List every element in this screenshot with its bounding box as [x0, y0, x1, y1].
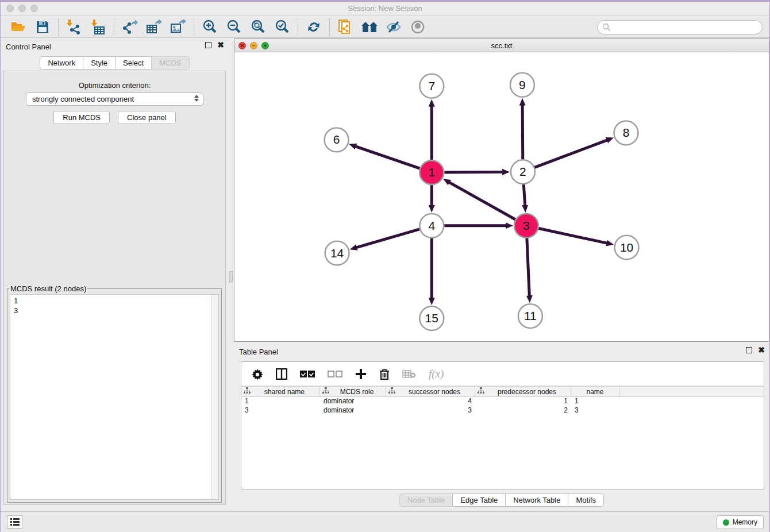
shared-column-icon: [388, 387, 396, 396]
select-all-checkboxes-icon[interactable]: [300, 370, 315, 378]
close-panel-button[interactable]: Close panel: [118, 111, 176, 124]
column-header-successor-nodes[interactable]: successor nodes: [386, 387, 475, 396]
column-header-MCDS-role[interactable]: MCDS role: [320, 387, 386, 396]
mcds-result-textarea[interactable]: 1 3: [10, 294, 219, 500]
control-tab-select[interactable]: Select: [115, 56, 152, 70]
graph-node-7[interactable]: 7: [419, 74, 444, 98]
import-table-icon[interactable]: [86, 18, 110, 36]
graph-node-9[interactable]: 9: [510, 73, 534, 97]
split-columns-icon[interactable]: [276, 368, 287, 380]
edge-1-2[interactable]: [444, 172, 504, 172]
graph-node-10[interactable]: 10: [615, 236, 639, 260]
close-table-panel-icon[interactable]: ✖: [758, 347, 765, 353]
graph-node-2[interactable]: 2: [511, 160, 535, 184]
hide-panel-eye-icon[interactable]: [382, 18, 406, 36]
graph-node-3[interactable]: 3: [514, 214, 538, 238]
network-window-titlebar[interactable]: ✕ − + scc.txt: [234, 39, 769, 52]
table-tabs: Node TableEdge TableNetwork TableMotifs: [234, 494, 769, 507]
zoom-selected-icon[interactable]: [270, 18, 294, 36]
show-panel-eye-icon[interactable]: [406, 18, 430, 36]
search-input[interactable]: [597, 20, 763, 34]
statusbar: Memory: [1, 511, 769, 532]
result-scrollbar[interactable]: [211, 295, 218, 499]
app-window: Session: New Session: [0, 0, 770, 532]
table-tab-motifs[interactable]: Motifs: [568, 494, 604, 507]
refresh-layout-icon[interactable]: [302, 18, 326, 36]
control-tab-mcds[interactable]: MCDS: [151, 56, 189, 70]
graph-node-15[interactable]: 15: [419, 306, 444, 330]
edge-4-14[interactable]: [355, 229, 419, 248]
node-label-3: 3: [523, 219, 530, 232]
column-header-label: successor nodes: [396, 388, 472, 396]
table-cell[interactable]: 3: [241, 406, 320, 415]
edge-2-9[interactable]: [522, 104, 523, 160]
table-panel-title: Table Panel: [239, 348, 278, 356]
column-header-predecessor-nodes[interactable]: predecessor nodes: [475, 387, 571, 396]
node-label-6: 6: [333, 133, 340, 146]
run-mcds-button[interactable]: Run MCDS: [53, 111, 110, 124]
node-label-9: 9: [519, 78, 526, 91]
table-cell[interactable]: 3: [386, 406, 475, 415]
edge-2-3[interactable]: [523, 184, 525, 207]
table-cell[interactable]: 1: [571, 397, 619, 406]
zoom-in-icon[interactable]: [198, 18, 222, 36]
network-canvas[interactable]: 7968124314101511: [234, 53, 769, 341]
control-tab-network[interactable]: Network: [40, 56, 83, 70]
column-header-shared-name[interactable]: shared name: [241, 387, 320, 396]
add-column-icon[interactable]: [355, 368, 367, 380]
edge-3-11[interactable]: [527, 238, 530, 298]
optimization-criterion-select[interactable]: strongly connected component: [26, 92, 203, 106]
import-network-icon[interactable]: [62, 18, 86, 36]
table-settings-icon[interactable]: [252, 368, 263, 380]
memory-status-icon: [723, 519, 729, 526]
edge-2-8[interactable]: [534, 140, 608, 167]
graph-node-11[interactable]: 11: [518, 304, 542, 328]
table-panel: Table Panel ✖: [234, 344, 769, 511]
graph-node-1[interactable]: 1: [419, 160, 444, 184]
zoom-out-icon[interactable]: [222, 18, 246, 36]
home-layout-icon[interactable]: [357, 18, 382, 36]
table-row[interactable]: 1dominator411: [241, 397, 764, 406]
table-cell[interactable]: 4: [386, 397, 475, 406]
table-cell[interactable]: 2: [475, 406, 571, 415]
splitter-grip[interactable]: [229, 271, 233, 283]
clone-network-icon[interactable]: [333, 18, 357, 36]
edge-3-1[interactable]: [448, 182, 515, 219]
float-panel-icon[interactable]: [205, 42, 211, 48]
table-cell[interactable]: 3: [571, 406, 619, 415]
edge-3-10[interactable]: [538, 228, 608, 243]
memory-button[interactable]: Memory: [717, 515, 764, 529]
zoom-fit-icon[interactable]: [246, 18, 270, 36]
export-image-icon[interactable]: [166, 18, 190, 36]
column-header-name[interactable]: name: [571, 387, 619, 396]
save-session-icon[interactable]: [30, 18, 55, 36]
deselect-all-checkboxes-icon[interactable]: [328, 370, 342, 378]
delete-table-icon[interactable]: [402, 369, 416, 379]
table-tab-network-table[interactable]: Network Table: [505, 494, 568, 507]
table-cell[interactable]: 1: [475, 397, 571, 406]
function-builder-icon[interactable]: f(x): [429, 368, 444, 380]
graph-node-14[interactable]: 14: [325, 241, 349, 265]
edge-1-6[interactable]: [355, 146, 420, 168]
export-network-icon[interactable]: [118, 18, 142, 36]
delete-column-icon[interactable]: [379, 368, 390, 380]
mcds-panel: Optimization criterion: strongly connect…: [3, 71, 226, 505]
task-history-button[interactable]: [7, 515, 22, 529]
graph-node-4[interactable]: 4: [419, 214, 444, 238]
export-table-icon[interactable]: [142, 18, 166, 36]
node-table-body: f(x) shared nameMCDS rolesuccessor nodes…: [241, 361, 764, 489]
control-tab-style[interactable]: Style: [83, 56, 116, 70]
table-row[interactable]: 3dominator323: [241, 406, 764, 415]
close-panel-icon[interactable]: ✖: [217, 42, 224, 48]
graph-node-6[interactable]: 6: [325, 128, 349, 152]
float-table-panel-icon[interactable]: [746, 347, 752, 353]
table-cell[interactable]: dominator: [320, 397, 386, 406]
open-session-icon[interactable]: [6, 18, 30, 36]
vertical-splitter[interactable]: [229, 38, 234, 511]
column-header-label: name: [573, 388, 617, 396]
table-cell[interactable]: dominator: [320, 406, 386, 415]
graph-node-8[interactable]: 8: [614, 121, 638, 145]
table-tab-edge-table[interactable]: Edge Table: [452, 494, 506, 507]
table-tab-node-table[interactable]: Node Table: [399, 494, 453, 507]
table-cell[interactable]: 1: [241, 397, 320, 406]
